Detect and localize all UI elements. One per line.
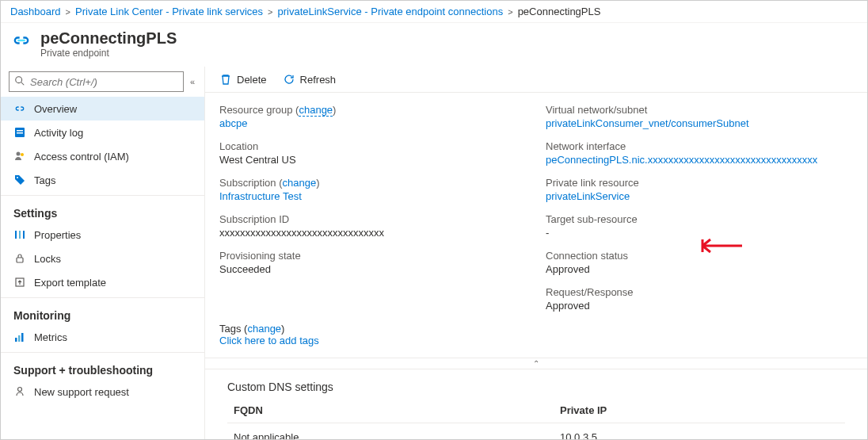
dns-column-header-ip: Private IP: [560, 404, 845, 416]
vnet-link[interactable]: privateLinkConsumer_vnet/consumerSubnet: [546, 117, 853, 129]
sidebar-item-label: Export template: [34, 277, 106, 289]
field-label: Provisioning state: [219, 250, 527, 262]
main-content: Delete Refresh Resource group (change) a…: [205, 67, 867, 440]
field-label: Subscription: [219, 177, 276, 189]
toolbar: Delete Refresh: [205, 67, 867, 93]
tags-label: Tags: [219, 323, 241, 335]
tags-icon: [13, 174, 26, 186]
svg-point-1: [16, 76, 22, 82]
sidebar-item-label: New support request: [34, 386, 129, 398]
metrics-icon: [13, 331, 26, 343]
svg-point-6: [17, 152, 21, 156]
delete-button[interactable]: Delete: [219, 73, 267, 86]
change-subscription-link[interactable]: change: [283, 177, 317, 189]
plr-link[interactable]: privateLinkService: [546, 190, 853, 202]
tags-row: Tags (change) Click here to add tags: [205, 318, 867, 358]
field-network-interface: Network interface peConnectingPLS.nic.xx…: [546, 140, 853, 166]
svg-point-17: [18, 388, 22, 392]
field-subscription: Subscription (change) Infrastructure Tes…: [219, 177, 527, 202]
sidebar-item-label: Overview: [34, 103, 77, 115]
dns-fqdn-value: Not applicable: [227, 431, 560, 440]
change-tags-link[interactable]: change: [247, 323, 281, 335]
collapse-essentials-button[interactable]: ⌃: [205, 358, 867, 369]
breadcrumb-item[interactable]: Private Link Center - Private link servi…: [75, 6, 263, 17]
sidebar-item-label: Locks: [34, 253, 61, 265]
essentials-panel: Resource group (change) abcpe Location W…: [205, 93, 867, 318]
field-label: Subscription ID: [219, 213, 527, 225]
search-field[interactable]: [30, 76, 178, 88]
field-value: Approved: [546, 263, 853, 275]
sidebar-section-support: Support + troubleshooting: [1, 356, 204, 380]
sidebar-item-iam[interactable]: Access control (IAM): [1, 144, 204, 168]
breadcrumb-current: peConnectingPLS: [518, 6, 601, 17]
refresh-icon: [283, 73, 295, 86]
breadcrumb-item[interactable]: Dashboard: [10, 6, 61, 17]
dns-column-header-fqdn: FQDN: [227, 404, 560, 416]
toolbar-label: Delete: [237, 74, 267, 86]
sidebar-item-label: Properties: [34, 229, 81, 241]
field-request-response: Request/Response Approved: [546, 286, 853, 312]
svg-point-7: [21, 153, 24, 156]
sidebar-item-label: Tags: [34, 174, 55, 186]
sidebar-section-settings: Settings: [1, 199, 204, 223]
field-value: West Central US: [219, 154, 527, 166]
svg-rect-9: [15, 231, 17, 239]
add-tags-link[interactable]: Click here to add tags: [219, 335, 319, 346]
breadcrumb-item[interactable]: privateLinkService - Private endpoint co…: [277, 6, 503, 17]
field-label: Private link resource: [546, 177, 853, 189]
sidebar-item-overview[interactable]: Overview: [1, 97, 204, 121]
sidebar-item-tags[interactable]: Tags: [1, 168, 204, 192]
sidebar-item-label: Metrics: [34, 331, 67, 343]
search-input[interactable]: [9, 71, 184, 92]
field-connection-status: Connection status Approved: [546, 250, 853, 275]
field-label: Virtual network/subnet: [546, 104, 853, 116]
sidebar-item-activity-log[interactable]: Activity log: [1, 121, 204, 144]
page-subtitle: Private endpoint: [40, 48, 177, 59]
sidebar-item-metrics[interactable]: Metrics: [1, 325, 204, 349]
field-value: Succeeded: [219, 263, 527, 275]
page-header: peConnectingPLS Private endpoint: [1, 23, 867, 67]
change-resource-group-link[interactable]: change: [299, 104, 333, 117]
private-endpoint-icon: [10, 29, 32, 54]
chevron-right-icon: >: [508, 7, 512, 17]
field-label: Network interface: [546, 140, 853, 152]
chevron-right-icon: >: [66, 7, 70, 17]
refresh-button[interactable]: Refresh: [283, 73, 337, 86]
nic-link[interactable]: peConnectingPLS.nic.xxxxxxxxxxxxxxxxxxxx…: [546, 154, 853, 166]
sidebar-item-label: Activity log: [34, 127, 83, 139]
field-label: Location: [219, 140, 527, 152]
svg-rect-14: [15, 338, 17, 342]
field-label: Connection status: [546, 250, 853, 262]
field-subscription-id: Subscription ID xxxxxxxxxxxxxxxxxxxxxxxx…: [219, 213, 527, 239]
sidebar-item-properties[interactable]: Properties: [1, 223, 204, 247]
field-value: xxxxxxxxxxxxxxxxxxxxxxxxxxxxxxxx: [219, 227, 527, 239]
sidebar-item-new-support-request[interactable]: New support request: [1, 380, 204, 404]
field-value: -: [546, 227, 853, 239]
dns-section: Custom DNS settings FQDN Private IP Not …: [205, 369, 867, 440]
svg-rect-0: [17, 40, 25, 41]
locks-icon: [13, 252, 26, 265]
svg-rect-5: [17, 132, 23, 134]
sidebar-item-locks[interactable]: Locks: [1, 247, 204, 270]
subscription-link[interactable]: Infrastructure Test: [219, 190, 527, 202]
svg-rect-12: [17, 258, 23, 262]
dns-section-title: Custom DNS settings: [227, 381, 845, 393]
field-value: Approved: [546, 300, 853, 312]
page-title: peConnectingPLS: [40, 29, 177, 48]
sidebar-item-export-template[interactable]: Export template: [1, 270, 204, 294]
resource-group-link[interactable]: abcpe: [219, 117, 527, 129]
support-icon: [13, 385, 26, 398]
collapse-sidebar-button[interactable]: «: [188, 75, 196, 88]
delete-icon: [219, 73, 232, 86]
iam-icon: [13, 150, 26, 163]
field-label: Target sub-resource: [546, 213, 853, 225]
svg-rect-15: [18, 335, 21, 342]
dns-ip-value: 10.0.3.5: [560, 431, 845, 440]
breadcrumb: Dashboard > Private Link Center - Privat…: [1, 1, 867, 23]
field-vnet-subnet: Virtual network/subnet privateLinkConsum…: [546, 104, 853, 129]
svg-rect-16: [21, 333, 24, 342]
table-row: Not applicable 10.0.3.5: [227, 423, 845, 440]
svg-rect-10: [19, 231, 21, 239]
activity-log-icon: [13, 126, 26, 139]
toolbar-label: Refresh: [300, 74, 337, 86]
